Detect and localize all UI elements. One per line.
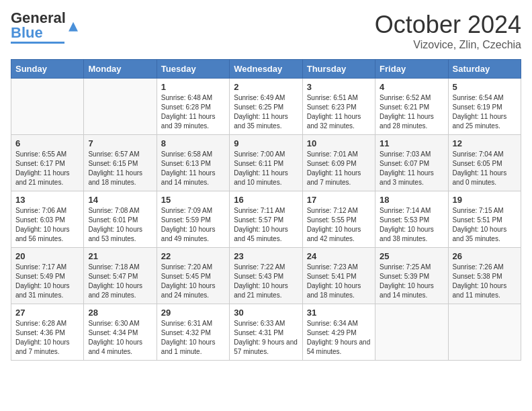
day-info: Sunrise: 6:49 AMSunset: 6:25 PMDaylight:… (234, 93, 298, 131)
logo: General Blue ▴ (11, 11, 78, 44)
day-number: 13 (15, 195, 79, 205)
day-info: Sunrise: 6:48 AMSunset: 6:28 PMDaylight:… (161, 93, 225, 131)
logo-underline (11, 42, 64, 44)
day-number: 3 (307, 82, 371, 92)
col-wednesday: Wednesday (230, 60, 302, 79)
col-monday: Monday (84, 60, 157, 79)
day-number: 30 (234, 308, 298, 318)
calendar-cell: 22Sunrise: 7:20 AMSunset: 5:45 PMDayligh… (157, 248, 229, 304)
day-info: Sunrise: 6:52 AMSunset: 6:21 PMDaylight:… (380, 93, 443, 131)
calendar-cell: 3Sunrise: 6:51 AMSunset: 6:23 PMDaylight… (302, 79, 375, 135)
calendar-cell: 9Sunrise: 7:00 AMSunset: 6:11 PMDaylight… (230, 135, 302, 191)
day-number: 10 (307, 138, 371, 148)
col-thursday: Thursday (302, 60, 375, 79)
calendar-week-2: 6Sunrise: 6:55 AMSunset: 6:17 PMDaylight… (11, 135, 521, 191)
day-number: 8 (161, 138, 225, 148)
day-info: Sunrise: 6:28 AMSunset: 4:36 PMDaylight:… (15, 319, 79, 357)
day-info: Sunrise: 7:03 AMSunset: 6:07 PMDaylight:… (380, 150, 443, 187)
calendar-cell: 29Sunrise: 6:31 AMSunset: 4:32 PMDayligh… (157, 304, 229, 361)
day-info: Sunrise: 7:00 AMSunset: 6:11 PMDaylight:… (234, 150, 298, 187)
day-info: Sunrise: 7:22 AMSunset: 5:43 PMDaylight:… (234, 263, 298, 300)
day-number: 6 (15, 138, 79, 148)
day-info: Sunrise: 6:30 AMSunset: 4:34 PMDaylight:… (88, 319, 152, 357)
day-info: Sunrise: 7:26 AMSunset: 5:38 PMDaylight:… (453, 263, 517, 300)
calendar-table: Sunday Monday Tuesday Wednesday Thursday… (11, 59, 521, 361)
day-info: Sunrise: 7:23 AMSunset: 5:41 PMDaylight:… (307, 263, 371, 300)
calendar-cell: 8Sunrise: 6:58 AMSunset: 6:13 PMDaylight… (157, 135, 229, 191)
calendar-cell: 1Sunrise: 6:48 AMSunset: 6:28 PMDaylight… (157, 79, 229, 135)
day-number: 1 (161, 82, 225, 92)
day-number: 2 (234, 82, 298, 92)
header-row: Sunday Monday Tuesday Wednesday Thursday… (11, 60, 521, 79)
col-tuesday: Tuesday (157, 60, 229, 79)
day-info: Sunrise: 6:31 AMSunset: 4:32 PMDaylight:… (161, 319, 225, 357)
day-info: Sunrise: 7:08 AMSunset: 6:01 PMDaylight:… (88, 206, 152, 244)
logo-bird-icon: ▴ (69, 16, 78, 35)
calendar-cell: 2Sunrise: 6:49 AMSunset: 6:25 PMDaylight… (230, 79, 302, 135)
calendar-cell: 12Sunrise: 7:04 AMSunset: 6:05 PMDayligh… (448, 135, 521, 191)
day-number: 18 (380, 195, 443, 205)
day-number: 25 (380, 251, 443, 261)
col-sunday: Sunday (11, 60, 84, 79)
col-friday: Friday (375, 60, 448, 79)
day-number: 29 (161, 308, 225, 318)
logo-general: General (11, 11, 66, 26)
col-saturday: Saturday (448, 60, 521, 79)
calendar-cell: 28Sunrise: 6:30 AMSunset: 4:34 PMDayligh… (84, 304, 157, 361)
day-info: Sunrise: 7:15 AMSunset: 5:51 PMDaylight:… (453, 206, 517, 244)
day-info: Sunrise: 7:04 AMSunset: 6:05 PMDaylight:… (453, 150, 517, 187)
day-number: 26 (453, 251, 517, 261)
day-info: Sunrise: 6:55 AMSunset: 6:17 PMDaylight:… (15, 150, 79, 187)
day-info: Sunrise: 7:25 AMSunset: 5:39 PMDaylight:… (380, 263, 443, 300)
calendar-subtitle: Vizovice, Zlin, Czechia (375, 39, 521, 51)
day-number: 12 (453, 138, 517, 148)
calendar-cell (84, 79, 157, 135)
calendar-cell: 30Sunrise: 6:33 AMSunset: 4:31 PMDayligh… (230, 304, 302, 361)
calendar-week-5: 27Sunrise: 6:28 AMSunset: 4:36 PMDayligh… (11, 304, 521, 361)
day-info: Sunrise: 6:57 AMSunset: 6:15 PMDaylight:… (88, 150, 152, 187)
day-info: Sunrise: 7:06 AMSunset: 6:03 PMDaylight:… (15, 206, 79, 244)
logo-blue: Blue (11, 26, 66, 40)
day-number: 24 (307, 251, 371, 261)
calendar-cell: 5Sunrise: 6:54 AMSunset: 6:19 PMDaylight… (448, 79, 521, 135)
calendar-cell: 14Sunrise: 7:08 AMSunset: 6:01 PMDayligh… (84, 191, 157, 248)
calendar-cell: 24Sunrise: 7:23 AMSunset: 5:41 PMDayligh… (302, 248, 375, 304)
day-info: Sunrise: 7:01 AMSunset: 6:09 PMDaylight:… (307, 150, 371, 187)
calendar-cell: 19Sunrise: 7:15 AMSunset: 5:51 PMDayligh… (448, 191, 521, 248)
calendar-cell: 7Sunrise: 6:57 AMSunset: 6:15 PMDaylight… (84, 135, 157, 191)
calendar-cell: 13Sunrise: 7:06 AMSunset: 6:03 PMDayligh… (11, 191, 84, 248)
day-number: 31 (307, 308, 371, 318)
day-number: 15 (161, 195, 225, 205)
calendar-week-3: 13Sunrise: 7:06 AMSunset: 6:03 PMDayligh… (11, 191, 521, 248)
calendar-cell: 4Sunrise: 6:52 AMSunset: 6:21 PMDaylight… (375, 79, 448, 135)
day-number: 4 (380, 82, 443, 92)
day-number: 22 (161, 251, 225, 261)
calendar-cell: 26Sunrise: 7:26 AMSunset: 5:38 PMDayligh… (448, 248, 521, 304)
day-number: 23 (234, 251, 298, 261)
day-info: Sunrise: 6:58 AMSunset: 6:13 PMDaylight:… (161, 150, 225, 187)
day-number: 16 (234, 195, 298, 205)
calendar-title: October 2024 (375, 11, 521, 39)
day-info: Sunrise: 6:51 AMSunset: 6:23 PMDaylight:… (307, 93, 371, 131)
calendar-cell: 15Sunrise: 7:09 AMSunset: 5:59 PMDayligh… (157, 191, 229, 248)
day-info: Sunrise: 7:18 AMSunset: 5:47 PMDaylight:… (88, 263, 152, 300)
day-number: 14 (88, 195, 152, 205)
calendar-week-1: 1Sunrise: 6:48 AMSunset: 6:28 PMDaylight… (11, 79, 521, 135)
calendar-cell: 23Sunrise: 7:22 AMSunset: 5:43 PMDayligh… (230, 248, 302, 304)
calendar-cell: 11Sunrise: 7:03 AMSunset: 6:07 PMDayligh… (375, 135, 448, 191)
day-number: 20 (15, 251, 79, 261)
day-info: Sunrise: 7:14 AMSunset: 5:53 PMDaylight:… (380, 206, 443, 244)
calendar-cell: 27Sunrise: 6:28 AMSunset: 4:36 PMDayligh… (11, 304, 84, 361)
day-info: Sunrise: 7:17 AMSunset: 5:49 PMDaylight:… (15, 263, 79, 300)
day-info: Sunrise: 7:11 AMSunset: 5:57 PMDaylight:… (234, 206, 298, 244)
calendar-cell: 31Sunrise: 6:34 AMSunset: 4:29 PMDayligh… (302, 304, 375, 361)
day-info: Sunrise: 6:33 AMSunset: 4:31 PMDaylight:… (234, 319, 298, 357)
calendar-cell: 21Sunrise: 7:18 AMSunset: 5:47 PMDayligh… (84, 248, 157, 304)
day-number: 19 (453, 195, 517, 205)
day-info: Sunrise: 7:09 AMSunset: 5:59 PMDaylight:… (161, 206, 225, 244)
title-area: October 2024 Vizovice, Zlin, Czechia (375, 11, 521, 51)
calendar-cell: 16Sunrise: 7:11 AMSunset: 5:57 PMDayligh… (230, 191, 302, 248)
calendar-cell: 25Sunrise: 7:25 AMSunset: 5:39 PMDayligh… (375, 248, 448, 304)
day-info: Sunrise: 7:20 AMSunset: 5:45 PMDaylight:… (161, 263, 225, 300)
day-info: Sunrise: 6:34 AMSunset: 4:29 PMDaylight:… (307, 319, 371, 357)
